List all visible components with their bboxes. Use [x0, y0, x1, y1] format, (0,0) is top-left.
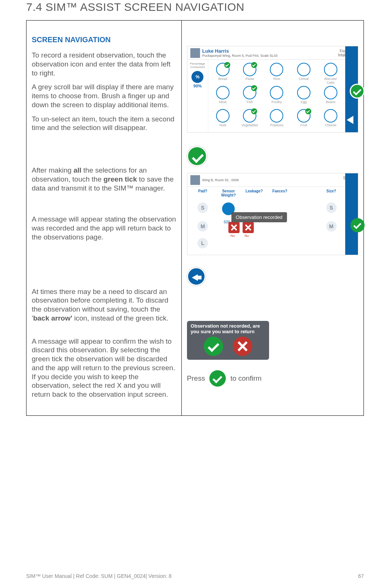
food-label: Biscuits/ Cake	[318, 77, 344, 84]
food-item[interactable]: Egg	[291, 85, 317, 108]
food-item[interactable]: Cheese	[318, 108, 344, 131]
para-record: To record a resident observation, touch …	[32, 51, 176, 77]
food-item[interactable]: Bread	[210, 62, 236, 84]
food-item[interactable]: Biscuits/ Cake	[318, 62, 344, 84]
food-item[interactable]: Cereal	[291, 62, 317, 84]
content-table: SCREEN NAVIGATION To record a resident o…	[26, 20, 364, 416]
food-label: Cereal	[291, 77, 317, 81]
check-icon	[224, 62, 230, 68]
para-confirm-discard: A message will appear to confirm the wis…	[32, 337, 176, 399]
para-scroll: A grey scroll bar will display if there …	[32, 83, 176, 109]
avatar	[190, 175, 200, 185]
no-labels: NoNo	[231, 234, 249, 238]
confirm-dialog: Observation not recorded, are you sure y…	[187, 321, 269, 360]
red-x-icon[interactable]	[228, 222, 240, 233]
food-label: Cheese	[318, 123, 344, 127]
food-grid: BreadPastaRiceCerealBiscuits/ CakeMeatFi…	[210, 62, 344, 131]
food-item[interactable]: Poultry	[263, 85, 290, 108]
food-item[interactable]: Meat	[210, 85, 236, 108]
toast-observation-recorded: Observation recorded	[231, 212, 287, 222]
footer-left: SIM™ User Manual | Ref Code: SUM | GEN4_…	[26, 573, 172, 579]
confirm-text: Observation not recorded, are you sure y…	[191, 323, 265, 334]
para-greentick: After making all the selections for an o…	[32, 166, 176, 192]
press-to-confirm: Press to confirm	[187, 370, 358, 387]
column-header: Sensor Weight?	[216, 189, 241, 201]
food-label: Beans	[318, 100, 344, 104]
back-arrow-icon[interactable]	[347, 116, 357, 124]
size-pill[interactable]: S	[197, 202, 208, 213]
percentage-icon[interactable]: %	[191, 71, 203, 83]
section-heading: SCREEN NAVIGATION	[32, 35, 176, 44]
column-header: Pad?	[190, 189, 215, 201]
food-label: Bread	[210, 77, 236, 81]
column-header: Faeces?	[267, 189, 292, 201]
para-unselect: To un-select an item, touch the item a s…	[32, 115, 176, 133]
food-label: Nuts	[210, 123, 236, 127]
food-item[interactable]: Pasta	[237, 62, 263, 84]
avatar	[190, 48, 200, 58]
red-x-icon[interactable]	[243, 222, 254, 233]
column-header: Size?	[319, 189, 344, 201]
screenshot-header: Luke Harris Puckapunyal Wing, Room 5, Po…	[187, 46, 358, 60]
food-item[interactable]: Potatoes	[263, 108, 290, 131]
red-x-row	[228, 222, 254, 233]
food-item[interactable]: Beans	[318, 85, 344, 108]
food-label: Poultry	[263, 100, 290, 104]
check-icon	[251, 62, 257, 68]
resident-location: Wing B, Room 52 , 0008	[202, 178, 239, 182]
page-title: 7.4 SIM™ ASSIST SCREEN NAVIGATION	[26, 1, 364, 13]
screenshot-header: Wing B, Room 52 , 0008 Sensor Type	[187, 173, 358, 187]
food-item[interactable]: Fish	[237, 85, 263, 108]
size-pill[interactable]: L	[197, 238, 208, 248]
food-item[interactable]: Vegetables	[237, 108, 263, 131]
food-label: Rice	[263, 77, 290, 81]
confirm-red-x-icon[interactable]	[233, 337, 252, 356]
food-label: Fruit	[291, 123, 317, 127]
left-column: SCREEN NAVIGATION To record a resident o…	[26, 21, 182, 416]
food-label: Egg	[291, 100, 317, 104]
food-label: Meat	[210, 100, 236, 104]
right-blue-bar	[345, 173, 358, 255]
food-item[interactable]: Nuts	[210, 108, 236, 131]
food-item[interactable]: Fruit	[291, 108, 317, 131]
green-tick-icon[interactable]	[350, 218, 365, 232]
green-tick-icon[interactable]	[350, 84, 365, 99]
size-pill[interactable]: M	[197, 221, 208, 232]
green-tick-icon[interactable]	[187, 146, 207, 166]
resident-name: Luke Harris	[202, 48, 278, 54]
page-footer: SIM™ User Manual | Ref Code: SUM | GEN4_…	[26, 573, 364, 579]
food-label: Potatoes	[263, 123, 290, 127]
column-header	[293, 189, 318, 201]
food-label: Pasta	[237, 77, 263, 81]
size-pill[interactable]: M	[326, 221, 337, 232]
food-label: Vegetables	[237, 123, 263, 127]
green-tick-icon[interactable]	[209, 370, 226, 387]
check-icon	[251, 85, 257, 91]
para-recorded-msg: A message will appear stating the observ…	[32, 215, 176, 241]
check-icon	[251, 108, 257, 114]
right-column: Luke Harris Puckapunyal Wing, Room 5, Po…	[181, 21, 364, 416]
food-label: Fish	[237, 100, 263, 104]
percentage-value: 90%	[187, 84, 208, 88]
percentage-sidebar: Percentage Consumed % 90%	[187, 60, 208, 132]
back-arrow-icon[interactable]	[187, 267, 206, 286]
size-pill[interactable]: S	[326, 202, 337, 213]
screenshot-observation-recorded: Wing B, Room 52 , 0008 Sensor Type Pad?S…	[187, 173, 358, 255]
screenshot-food-intake: Luke Harris Puckapunyal Wing, Room 5, Po…	[187, 46, 358, 133]
check-icon	[305, 108, 311, 114]
page-number: 67	[358, 573, 364, 579]
food-item[interactable]: Rice	[263, 62, 290, 84]
resident-location: Puckapunyal Wing, Room 5, Pod P44, Scale…	[202, 54, 278, 58]
column-header: Leakage?	[242, 189, 267, 201]
confirm-green-tick-icon[interactable]	[204, 337, 223, 356]
para-discard: At times there may be a need to discard …	[32, 287, 176, 323]
